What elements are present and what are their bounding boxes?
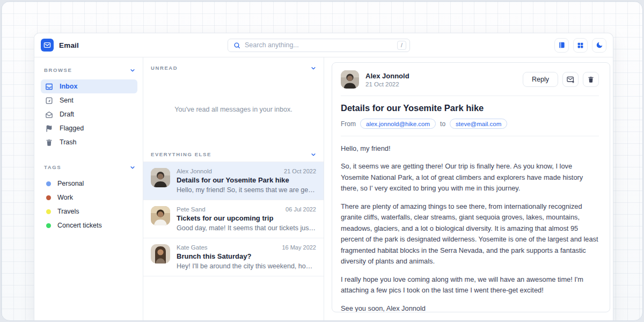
main-columns: BROWSE Inbox (34, 57, 613, 321)
tag-label: Personal (57, 180, 84, 187)
everything-else-section-header[interactable]: EVERYTHING ELSE (143, 144, 324, 162)
sidebar-item-draft[interactable]: Draft (41, 107, 137, 121)
message-row-pete[interactable]: Pete Sand 06 Jul 2022 Tickets for our up… (143, 200, 324, 238)
message-subject: Details for our Yosemite Park hike (177, 176, 316, 184)
browse-label: BROWSE (44, 67, 72, 73)
message-subject: Brunch this Saturday? (177, 252, 316, 260)
tag-item-personal[interactable]: Personal (41, 177, 137, 191)
unread-empty-state: You've read all messages in your inbox. (143, 75, 324, 144)
tag-color-dot (46, 209, 51, 214)
tag-item-concert-tickets[interactable]: Concert tickets (41, 218, 137, 232)
message-sender: Kate Gates (177, 244, 208, 251)
app-title: Email (59, 41, 79, 49)
message-sender: Alex Jonnold (177, 168, 212, 174)
topbar-actions (554, 38, 606, 53)
divider (341, 96, 599, 96)
message-summary: Kate Gates 16 May 2022 Brunch this Satur… (177, 244, 316, 270)
unread-section-header[interactable]: UNREAD (143, 57, 324, 75)
message-row-kate[interactable]: Kate Gates 16 May 2022 Brunch this Satur… (143, 238, 324, 276)
message-date: 06 Jul 2022 (286, 206, 316, 213)
search-input[interactable] (245, 41, 397, 49)
unread-empty-text: You've read all messages in your inbox. (174, 106, 292, 113)
dark-mode-toggle[interactable] (592, 38, 606, 53)
to-email-chip[interactable]: steve@mail.com (450, 119, 507, 129)
chevron-down-icon[interactable] (130, 68, 135, 73)
trash-icon (587, 76, 595, 83)
detail-subject: Details for our Yosemite Park hike (341, 103, 599, 113)
moon-icon (596, 41, 603, 49)
sidebar-item-inbox[interactable]: Inbox (41, 79, 137, 93)
avatar (341, 70, 359, 89)
sidebar-item-label: Inbox (60, 83, 77, 90)
tag-item-work[interactable]: Work (41, 191, 137, 204)
message-subject: Tickets for our upcoming trip (177, 214, 316, 222)
chevron-down-icon[interactable] (311, 152, 316, 157)
sidebar-item-sent[interactable]: Sent (41, 93, 137, 107)
trash-icon (45, 138, 53, 147)
divider (341, 136, 599, 136)
detail-header: Alex Jonnold 21 Oct 2022 Reply (341, 70, 599, 89)
everything-else-label: EVERYTHING ELSE (151, 151, 211, 157)
envelope-plus-icon (566, 75, 575, 84)
sidebar-item-label: Sent (60, 97, 74, 104)
book-button[interactable] (554, 38, 569, 53)
book-icon (558, 41, 566, 49)
sidebar-item-flagged[interactable]: Flagged (41, 121, 137, 135)
draft-icon (45, 111, 53, 119)
body-paragraph: So, it seems we are getting there! Our t… (341, 161, 599, 194)
sidebar-item-trash[interactable]: Trash (41, 135, 137, 149)
from-email-chip[interactable]: alex.jonnold@hike.com (360, 119, 436, 129)
detail-sender-name: Alex Jonnold (365, 72, 409, 80)
detail-column: Alex Jonnold 21 Oct 2022 Reply (324, 57, 613, 321)
body-paragraph: See you soon, Alex Jonnold (341, 303, 599, 312)
tag-label: Concert tickets (57, 222, 102, 229)
inbox-icon (45, 83, 53, 91)
envelope-logo-icon (43, 41, 51, 49)
detail-date: 21 Oct 2022 (365, 81, 409, 87)
tags-section-header[interactable]: TAGS (40, 161, 138, 173)
browse-section-header[interactable]: BROWSE (40, 64, 138, 76)
to-label: to (440, 120, 445, 128)
sidebar-item-label: Flagged (60, 125, 84, 132)
unread-label: UNREAD (151, 65, 178, 71)
sidebar-item-label: Trash (60, 138, 77, 146)
body-paragraph: Hello, my friend! (341, 143, 599, 154)
tag-color-dot (46, 223, 51, 228)
tag-item-travels[interactable]: Travels (41, 204, 137, 218)
delete-email-button[interactable] (583, 72, 599, 87)
tag-color-dot (46, 195, 51, 200)
avatar (151, 206, 170, 225)
tag-label: Travels (57, 208, 79, 215)
forward-email-button[interactable] (562, 72, 579, 87)
chevron-down-icon[interactable] (311, 65, 316, 71)
message-preview: Good day, mate! It seems that our ticket… (177, 224, 316, 232)
reply-button[interactable]: Reply (523, 72, 558, 87)
sent-icon (45, 97, 53, 105)
avatar (151, 244, 170, 264)
app-logo (41, 39, 54, 52)
message-date: 21 Oct 2022 (284, 168, 316, 174)
sidebar: BROWSE Inbox (34, 57, 143, 321)
message-summary: Pete Sand 06 Jul 2022 Tickets for our up… (177, 206, 316, 232)
message-sender: Pete Sand (177, 206, 206, 213)
tags-label: TAGS (44, 164, 61, 170)
search-icon (233, 42, 240, 49)
email-detail-card: Alex Jonnold 21 Oct 2022 Reply (332, 62, 610, 312)
outer-canvas: Email / (1, 1, 643, 321)
flag-icon (45, 125, 53, 133)
top-bar: Email / (34, 33, 613, 57)
email-app-window: Email / (34, 33, 613, 321)
body-paragraph: I really hope you love coming along with… (341, 274, 599, 296)
detail-actions: Reply (523, 72, 599, 87)
avatar (151, 168, 170, 187)
search-bar[interactable]: / (228, 39, 410, 52)
search-shortcut-badge: / (397, 41, 406, 50)
message-row-alex[interactable]: Alex Jonnold 21 Oct 2022 Details for our… (143, 162, 324, 200)
message-date: 16 May 2022 (282, 244, 316, 251)
email-body: Hello, my friend! So, it seems we are ge… (341, 143, 599, 312)
apps-grid-icon (577, 42, 584, 49)
apps-grid-button[interactable] (573, 38, 588, 53)
sidebar-item-label: Draft (60, 111, 74, 118)
message-summary: Alex Jonnold 21 Oct 2022 Details for our… (177, 168, 316, 194)
chevron-down-icon[interactable] (130, 165, 135, 170)
